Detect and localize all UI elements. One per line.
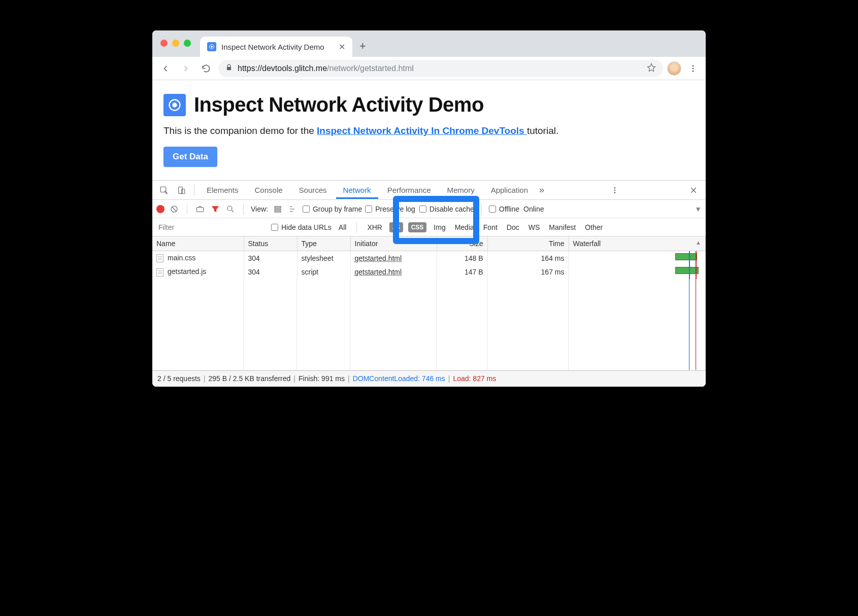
lock-icon — [225, 64, 233, 73]
waterfall-cell — [569, 251, 706, 265]
devtools-panel: Elements Console Sources Network Perform… — [152, 180, 706, 387]
col-time[interactable]: Time — [487, 236, 569, 251]
col-initiator[interactable]: Initiator — [350, 236, 437, 251]
col-waterfall[interactable]: Waterfall▲ — [569, 236, 706, 251]
disable-cache-checkbox[interactable]: Disable cache — [419, 205, 474, 213]
col-type[interactable]: Type — [297, 236, 350, 251]
devtools-tabbar: Elements Console Sources Network Perform… — [152, 181, 706, 200]
url-text: https://devtools.glitch.me/network/getst… — [238, 64, 414, 73]
type-filter-font[interactable]: Font — [481, 222, 500, 232]
browser-window: Inspect Network Activity Demo ✕ + https:… — [152, 30, 706, 387]
tab-strip: Inspect Network Activity Demo ✕ + — [152, 30, 706, 57]
table-empty-area — [152, 279, 706, 370]
col-name[interactable]: Name — [152, 236, 244, 251]
record-button[interactable] — [156, 205, 164, 213]
browser-toolbar: https://devtools.glitch.me/network/getst… — [152, 57, 706, 80]
type-filter-js[interactable]: JS — [389, 222, 403, 232]
tab-elements[interactable]: Elements — [200, 181, 246, 199]
forward-button[interactable] — [178, 61, 194, 76]
devtools-settings-button[interactable] — [608, 184, 622, 196]
status-load: Load: 827 ms — [453, 374, 496, 383]
initiator-link[interactable]: getstarted.html — [355, 268, 402, 276]
tab-memory[interactable]: Memory — [440, 181, 482, 199]
hide-data-urls-checkbox[interactable]: Hide data URLs — [271, 223, 332, 231]
close-tab-button[interactable]: ✕ — [339, 42, 345, 52]
svg-point-4 — [692, 70, 694, 72]
address-bar[interactable]: https://devtools.glitch.me/network/getst… — [218, 60, 663, 77]
network-request-table: Name Status Type Initiator Size Time Wat… — [152, 236, 706, 279]
close-window-button[interactable] — [160, 40, 168, 47]
tab-application[interactable]: Application — [484, 181, 535, 199]
view-label: View: — [251, 205, 268, 213]
tab-performance[interactable]: Performance — [380, 181, 438, 199]
initiator-link[interactable]: getstarted.html — [355, 254, 402, 262]
new-tab-button[interactable]: + — [359, 40, 366, 57]
type-filter-media[interactable]: Media — [453, 222, 476, 232]
table-row[interactable]: getstarted.js 304 script getstarted.html… — [152, 265, 706, 279]
status-finish: Finish: 991 ms — [299, 374, 345, 383]
tab-network[interactable]: Network — [336, 181, 378, 199]
preserve-log-checkbox[interactable]: Preserve log — [365, 205, 415, 213]
type-filter-other[interactable]: Other — [583, 222, 605, 232]
svg-point-6 — [172, 102, 177, 107]
group-by-frame-checkbox[interactable]: Group by frame — [303, 205, 362, 213]
table-header-row: Name Status Type Initiator Size Time Wat… — [152, 236, 706, 251]
svg-point-1 — [211, 46, 213, 48]
back-button[interactable] — [157, 61, 174, 76]
throttling-select[interactable]: Online — [523, 205, 544, 213]
inspect-element-icon[interactable] — [156, 184, 172, 197]
type-filter-img[interactable]: Img — [432, 222, 447, 232]
type-filter-css[interactable]: CSS — [408, 222, 427, 232]
capture-screenshot-icon[interactable] — [194, 203, 206, 215]
minimize-window-button[interactable] — [172, 40, 179, 47]
page-intro-text: This is the companion demo for the Inspe… — [163, 125, 695, 136]
dropdown-caret-icon[interactable]: ▼ — [695, 205, 702, 213]
tabs-overflow-button[interactable]: » — [539, 185, 544, 195]
get-data-button[interactable]: Get Data — [163, 147, 217, 167]
tutorial-link[interactable]: Inspect Network Activity In Chrome DevTo… — [317, 125, 527, 136]
svg-rect-17 — [275, 209, 281, 210]
filter-toggle-icon[interactable] — [210, 203, 221, 215]
large-rows-icon[interactable] — [272, 203, 283, 215]
tab-sources[interactable]: Sources — [292, 181, 334, 199]
offline-checkbox[interactable]: Offline — [489, 205, 519, 213]
type-filter-doc[interactable]: Doc — [505, 222, 521, 232]
svg-point-11 — [614, 189, 616, 191]
bookmark-star-icon[interactable] — [647, 63, 656, 74]
reload-button[interactable] — [198, 61, 214, 76]
svg-rect-18 — [275, 211, 281, 212]
tab-title: Inspect Network Activity Demo — [221, 43, 334, 51]
network-controls-row: View: Group by frame Preserve log Disabl… — [152, 200, 706, 218]
type-filter-manifest[interactable]: Manifest — [547, 222, 578, 232]
maximize-window-button[interactable] — [184, 40, 191, 47]
table-row[interactable]: main.css 304 stylesheet getstarted.html … — [152, 251, 706, 265]
network-status-bar: 2 / 5 requests | 295 B / 2.5 KB transfer… — [152, 370, 706, 387]
col-status[interactable]: Status — [244, 236, 297, 251]
device-toggle-icon[interactable] — [174, 184, 189, 197]
svg-point-2 — [692, 65, 694, 66]
overview-toggle-icon[interactable] — [287, 203, 299, 215]
type-filter-xhr[interactable]: XHR — [365, 222, 384, 232]
status-transferred: 295 B / 2.5 KB transferred — [208, 374, 290, 383]
filter-input[interactable] — [154, 221, 266, 233]
type-filter-ws[interactable]: WS — [526, 222, 542, 232]
type-filter-all[interactable]: All — [337, 222, 349, 232]
tab-console[interactable]: Console — [248, 181, 290, 199]
col-size[interactable]: Size — [437, 236, 487, 251]
browser-tab[interactable]: Inspect Network Activity Demo ✕ — [200, 37, 352, 57]
clear-button[interactable] — [169, 203, 180, 215]
svg-point-10 — [614, 187, 616, 189]
svg-rect-16 — [275, 206, 281, 207]
browser-menu-button[interactable] — [685, 62, 701, 75]
svg-point-15 — [227, 206, 232, 211]
network-filters-row: Hide data URLs All XHR JS CSS Img Media … — [152, 218, 706, 236]
search-icon[interactable] — [225, 203, 236, 215]
profile-avatar[interactable] — [667, 61, 681, 76]
page-heading: Inspect Network Activity Demo — [194, 93, 484, 116]
devtools-close-button[interactable] — [685, 184, 702, 196]
page-logo-icon — [163, 94, 186, 116]
svg-point-3 — [692, 67, 694, 69]
svg-rect-9 — [182, 189, 185, 193]
file-icon — [156, 254, 163, 262]
window-controls — [160, 40, 191, 47]
